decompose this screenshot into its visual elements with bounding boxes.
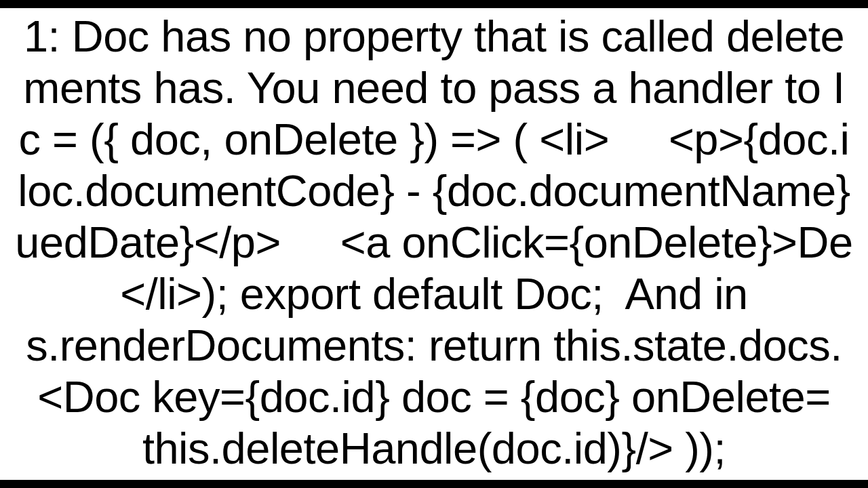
- code-text-block: 1: Doc has no property that is called de…: [0, 11, 868, 474]
- document-frame: 1: Doc has no property that is called de…: [0, 8, 868, 480]
